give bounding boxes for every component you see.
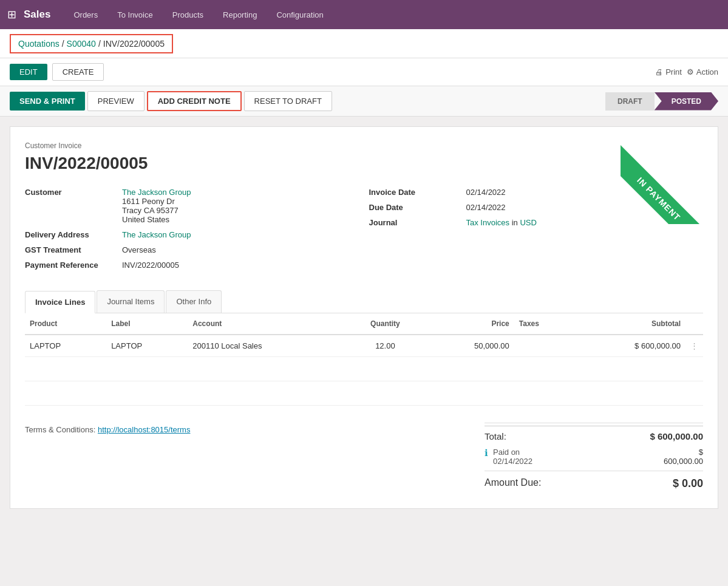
journal-in: in <box>512 218 520 227</box>
cell-label: LAPTOP <box>106 335 188 357</box>
cell-price: 50,000.00 <box>424 335 514 357</box>
journal-value: Tax Invoices in USD <box>466 218 704 227</box>
breadcrumb-sep1: / <box>62 39 64 49</box>
customer-label: Customer <box>25 188 122 197</box>
customer-country: United States <box>122 215 359 224</box>
info-icon[interactable]: ℹ <box>485 448 488 458</box>
cell-row-actions: ⋮ <box>685 335 703 357</box>
terms-conditions: Terms & Conditions: http://localhost:801… <box>25 425 190 434</box>
invoice-date-row: Invoice Date 02/14/2022 <box>369 188 704 197</box>
breadcrumb-invoice: INV/2022/00005 <box>103 39 165 49</box>
empty-row <box>25 357 703 381</box>
nav-configuration[interactable]: Configuration <box>268 0 332 29</box>
delivery-label: Delivery Address <box>25 230 122 239</box>
tab-invoice-lines[interactable]: Invoice Lines <box>25 291 95 313</box>
invoice-date-label: Invoice Date <box>369 188 466 197</box>
cell-account: 200110 Local Sales <box>188 335 345 357</box>
invoice-card: Customer Invoice INV/2022/00005 Customer… <box>10 126 718 509</box>
paid-date: 02/14/2022 <box>493 457 532 466</box>
col-header-taxes: Taxes <box>514 313 574 335</box>
paid-value-currency: $ <box>699 448 703 457</box>
info-right: Invoice Date 02/14/2022 Due Date 02/14/2… <box>369 188 704 276</box>
gst-row: GST Treatment Overseas <box>25 245 359 254</box>
customer-address1: 1611 Peony Dr <box>122 197 359 206</box>
journal-row: Journal Tax Invoices in USD <box>369 218 704 227</box>
print-button[interactable]: 🖨 Print <box>655 67 682 77</box>
delivery-row: Delivery Address The Jackson Group <box>25 230 359 239</box>
amount-due-label: Amount Due: <box>485 477 541 490</box>
terms-link[interactable]: http://localhost:8015/terms <box>98 425 190 434</box>
paid-on-label: Paid on <box>493 448 520 457</box>
action-bar: EDIT CREATE 🖨 Print ⚙ Action <box>0 58 728 86</box>
paid-value-amount: 600,000.00 <box>664 457 703 466</box>
cell-quantity: 12.00 <box>346 335 424 357</box>
nav-products[interactable]: Products <box>164 0 212 29</box>
payment-ref-row: Payment Reference INV/2022/00005 <box>25 261 359 270</box>
send-print-button[interactable]: SEND & PRINT <box>10 92 85 111</box>
breadcrumb-s00040[interactable]: S00040 <box>67 39 96 49</box>
total-value: $ 600,000.00 <box>650 431 703 441</box>
table-header-row: Product Label Account Quantity Price Tax… <box>25 313 703 335</box>
cell-product: LAPTOP <box>25 335 106 357</box>
add-credit-note-button[interactable]: ADD CREDIT NOTE <box>147 91 242 111</box>
breadcrumb-sep2: / <box>98 39 101 49</box>
main-content: Customer Invoice INV/2022/00005 Customer… <box>0 117 728 519</box>
due-date-row: Due Date 02/14/2022 <box>369 203 704 212</box>
total-row: Total: $ 600,000.00 <box>485 426 703 445</box>
col-header-price: Price <box>424 313 514 335</box>
totals-section: Total: $ 600,000.00 ℹ Paid on 02/14/2022… <box>485 420 703 494</box>
invoice-type-label: Customer Invoice <box>25 141 703 150</box>
gst-value: Overseas <box>122 245 359 254</box>
invoice-info-grid: Customer The Jackson Group 1611 Peony Dr… <box>25 188 703 276</box>
nav-to-invoice[interactable]: To Invoice <box>109 0 162 29</box>
row-menu-icon[interactable]: ⋮ <box>690 341 698 350</box>
nav-reporting[interactable]: Reporting <box>214 0 265 29</box>
amount-due-value: $ 0.00 <box>673 477 703 490</box>
app-name: Sales <box>24 9 50 21</box>
app-grid-icon[interactable]: ⊞ <box>7 8 16 21</box>
journal-label: Journal <box>369 218 466 227</box>
invoice-number: INV/2022/00005 <box>25 154 703 173</box>
preview-button[interactable]: PREVIEW <box>87 91 145 111</box>
paid-amount: $ 600,000.00 <box>664 448 703 466</box>
printer-icon: 🖨 <box>655 67 663 77</box>
gear-icon: ⚙ <box>687 67 694 77</box>
payment-ref-value: INV/2022/00005 <box>122 261 359 270</box>
breadcrumb: Quotations / S00040 / INV/2022/00005 <box>10 34 173 53</box>
customer-name[interactable]: The Jackson Group <box>122 188 359 197</box>
amount-due-row: Amount Due: $ 0.00 <box>485 474 703 494</box>
total-label: Total: <box>485 431 506 441</box>
due-date-label: Due Date <box>369 203 466 212</box>
cell-subtotal: $ 600,000.00 <box>574 335 685 357</box>
delivery-name[interactable]: The Jackson Group <box>122 230 359 239</box>
reset-to-draft-button[interactable]: RESET TO DRAFT <box>244 91 332 111</box>
totals-table: Total: $ 600,000.00 ℹ Paid on 02/14/2022… <box>485 420 703 494</box>
cell-taxes <box>514 335 574 357</box>
journal-currency[interactable]: USD <box>520 218 536 227</box>
table-row: LAPTOP LAPTOP 200110 Local Sales 12.00 5… <box>25 335 703 357</box>
status-draft: DRAFT <box>605 92 655 111</box>
edit-button[interactable]: EDIT <box>10 64 47 80</box>
create-button[interactable]: CREATE <box>52 63 104 81</box>
nav-orders[interactable]: Orders <box>65 0 106 29</box>
tab-journal-items[interactable]: Journal Items <box>97 290 165 313</box>
top-nav: ⊞ Sales Orders To Invoice Products Repor… <box>0 0 728 29</box>
terms-label: Terms & Conditions: <box>25 425 95 434</box>
due-date-value: 02/14/2022 <box>466 203 704 212</box>
workflow-bar: SEND & PRINT PREVIEW ADD CREDIT NOTE RES… <box>0 86 728 117</box>
customer-row: Customer The Jackson Group 1611 Peony Dr… <box>25 188 359 224</box>
invoice-tabs: Invoice Lines Journal Items Other Info <box>25 290 703 313</box>
status-trail: DRAFT POSTED <box>605 92 718 111</box>
customer-value: The Jackson Group 1611 Peony Dr Tracy CA… <box>122 188 359 224</box>
action-button[interactable]: ⚙ Action <box>687 67 718 77</box>
tab-other-info[interactable]: Other Info <box>166 290 222 313</box>
status-posted: POSTED <box>655 92 718 111</box>
col-header-label: Label <box>106 313 188 335</box>
breadcrumb-quotations[interactable]: Quotations <box>18 39 60 49</box>
col-header-actions <box>685 313 703 335</box>
col-header-quantity: Quantity <box>346 313 424 335</box>
col-header-product: Product <box>25 313 106 335</box>
col-header-subtotal: Subtotal <box>574 313 685 335</box>
breadcrumb-bar: Quotations / S00040 / INV/2022/00005 <box>0 29 728 58</box>
journal-name[interactable]: Tax Invoices <box>466 218 510 227</box>
